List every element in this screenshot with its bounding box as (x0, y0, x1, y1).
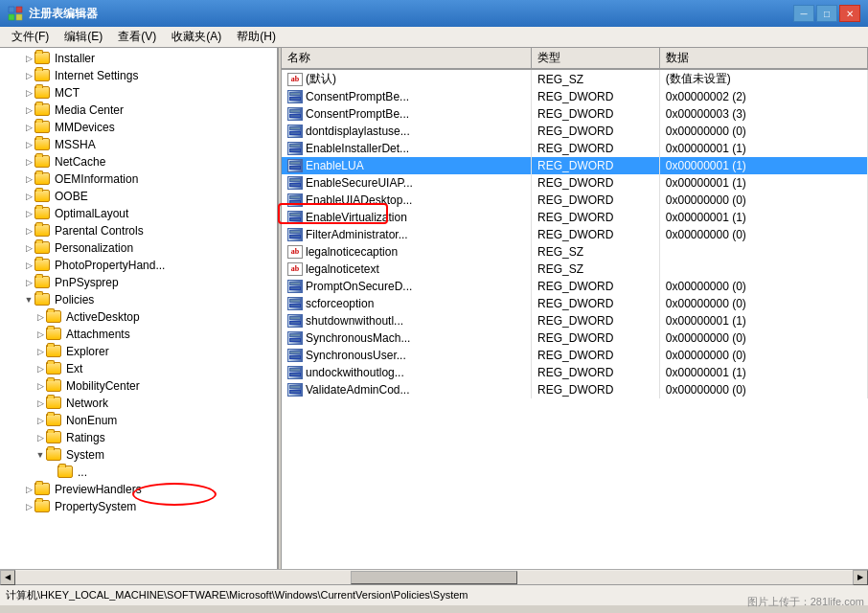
tree-item[interactable]: ▷Internet Settings (0, 67, 277, 84)
table-row[interactable]: shutdownwithoutl...REG_DWORD0x00000001 (… (282, 312, 868, 329)
cell-data: 0x00000001 (1) (659, 174, 867, 192)
tree-item[interactable]: ▷NonEnum (0, 412, 277, 429)
tree-arrow: ▷ (23, 226, 34, 236)
tree-item[interactable]: ▷MobilityCenter (0, 377, 277, 395)
table-row[interactable]: EnableLUAREG_DWORD0x00000001 (1) (282, 157, 868, 174)
maximize-button[interactable]: □ (816, 5, 837, 22)
table-row[interactable]: ConsentPromptBe...REG_DWORD0x00000003 (3… (282, 105, 868, 123)
cell-name: undockwithoutlog... (282, 364, 532, 381)
table-row[interactable]: PromptOnSecureD...REG_DWORD0x00000000 (0… (282, 278, 868, 295)
tree-item[interactable]: ▷NetCache (0, 153, 277, 170)
tree-item[interactable]: ▷Personalization (0, 239, 277, 257)
tree-item[interactable]: ▼System (0, 446, 277, 464)
tree-item[interactable]: ▷MCT (0, 84, 277, 102)
cell-data: 0x00000000 (0) (659, 329, 867, 347)
table-row[interactable]: EnableUIADesktop...REG_DWORD0x00000000 (… (282, 192, 868, 209)
tree-item[interactable]: ▷Installer (0, 50, 277, 67)
minimize-button[interactable]: ─ (793, 5, 814, 22)
cell-type: REG_DWORD (532, 209, 660, 226)
dword-icon (287, 280, 303, 293)
table-row[interactable]: SynchronousUser...REG_DWORD0x00000000 (0… (282, 347, 868, 364)
tree-item[interactable]: ▷PhotoPropertyHand... (0, 257, 277, 274)
tree-item[interactable]: ▷PnPSysprep (0, 274, 277, 291)
folder-icon (46, 362, 63, 375)
tree-label: Network (66, 397, 108, 410)
tree-item[interactable]: ▷PropertySystem (0, 498, 277, 515)
cell-data: 0x00000001 (1) (659, 140, 867, 157)
tree-arrow: ▷ (34, 329, 46, 339)
col-data[interactable]: 数据 (659, 48, 867, 69)
menu-favorites[interactable]: 收藏夹(A) (164, 27, 229, 47)
tree-item[interactable]: ▷Media Center (0, 102, 277, 119)
tree-label: OOBE (55, 190, 88, 203)
tree-item[interactable]: ▷ActiveDesktop (0, 308, 277, 326)
table-row[interactable]: FilterAdministrator...REG_DWORD0x0000000… (282, 226, 868, 243)
h-scrollbar[interactable]: ◀ ▶ (0, 569, 868, 584)
cell-name: EnableInstallerDet... (282, 140, 532, 157)
cell-data: 0x00000002 (2) (659, 88, 867, 105)
tree-item[interactable]: ▷Network (0, 395, 277, 412)
tree-item[interactable]: ▷OOBE (0, 188, 277, 205)
table-row[interactable]: ConsentPromptBe...REG_DWORD0x00000002 (2… (282, 88, 868, 105)
folder-icon (34, 86, 52, 100)
table-row[interactable]: ablegalnoticetextREG_SZ (282, 261, 868, 278)
menu-file[interactable]: 文件(F) (4, 27, 57, 47)
scroll-track[interactable] (15, 571, 853, 584)
menu-help[interactable]: 帮助(H) (229, 27, 284, 47)
table-row[interactable]: scforceoptionREG_DWORD0x00000000 (0) (282, 295, 868, 312)
tree-item[interactable]: ▷OEMInformation (0, 170, 277, 188)
tree-item[interactable]: ▷MSSHA (0, 136, 277, 153)
tree-item[interactable]: ▼Policies (0, 291, 277, 308)
tree-arrow: ▷ (23, 502, 34, 511)
cell-data: 0x00000001 (1) (659, 312, 867, 329)
tree-item[interactable]: ▷Parental Controls (0, 222, 277, 239)
tree-item[interactable]: ▷MMDevices (0, 119, 277, 136)
tree-item[interactable]: ... (0, 464, 277, 481)
cell-data: 0x00000000 (0) (659, 347, 867, 364)
table-row[interactable]: SynchronousMach...REG_DWORD0x00000000 (0… (282, 329, 868, 347)
registry-tree[interactable]: ▷Installer▷Internet Settings▷MCT▷Media C… (0, 48, 278, 569)
tree-item[interactable]: ▷PreviewHandlers (0, 481, 277, 498)
tree-item[interactable]: ▷OptimalLayout (0, 205, 277, 222)
dword-icon (287, 90, 303, 103)
folder-icon (46, 310, 63, 324)
tree-item[interactable]: ▷Attachments (0, 326, 277, 343)
table-row[interactable]: ablegalnoticecaptionREG_SZ (282, 243, 868, 261)
col-name[interactable]: 名称 (282, 48, 532, 69)
table-row[interactable]: dontdisplaylastuse...REG_DWORD0x00000000… (282, 123, 868, 140)
scroll-thumb[interactable] (351, 571, 518, 584)
table-row[interactable]: EnableSecureUIAP...REG_DWORD0x00000001 (… (282, 174, 868, 192)
cell-type: REG_DWORD (532, 347, 660, 364)
menu-view[interactable]: 查看(V) (110, 27, 164, 47)
tree-label: Ext (66, 362, 82, 375)
scroll-left-btn[interactable]: ◀ (0, 570, 15, 585)
cell-name: ablegalnoticetext (282, 261, 532, 278)
tree-label: PnPSysprep (55, 276, 119, 289)
col-type[interactable]: 类型 (532, 48, 660, 69)
tree-item[interactable]: ▷Ext (0, 360, 277, 377)
dword-icon (287, 383, 303, 397)
scroll-right-btn[interactable]: ▶ (853, 570, 868, 585)
cell-type: REG_DWORD (532, 174, 660, 192)
cell-name: PromptOnSecureD... (282, 278, 532, 295)
registry-values[interactable]: 名称 类型 数据 ab(默认)REG_SZ(数值未设置)ConsentPromp… (282, 48, 868, 569)
menu-edit[interactable]: 编辑(E) (57, 27, 110, 47)
folder-icon (57, 465, 75, 479)
table-row[interactable]: EnableInstallerDet...REG_DWORD0x00000001… (282, 140, 868, 157)
cell-type: REG_DWORD (532, 312, 660, 329)
cell-name: FilterAdministrator... (282, 226, 532, 243)
cell-type: REG_DWORD (532, 381, 660, 398)
tree-arrow: ▷ (23, 123, 34, 132)
close-button[interactable]: ✕ (839, 5, 860, 22)
table-row[interactable]: EnableVirtualizationREG_DWORD0x00000001 … (282, 209, 868, 226)
cell-type: REG_DWORD (532, 278, 660, 295)
tree-item[interactable]: ▷Explorer (0, 343, 277, 360)
table-row[interactable]: ab(默认)REG_SZ(数值未设置) (282, 69, 868, 88)
cell-data: 0x00000001 (1) (659, 364, 867, 381)
cell-type: REG_DWORD (532, 364, 660, 381)
tree-label: System (66, 448, 104, 462)
cell-data: (数值未设置) (659, 69, 867, 88)
table-row[interactable]: undockwithoutlog...REG_DWORD0x00000001 (… (282, 364, 868, 381)
table-row[interactable]: ValidateAdminCod...REG_DWORD0x00000000 (… (282, 381, 868, 398)
tree-item[interactable]: ▷Ratings (0, 429, 277, 446)
